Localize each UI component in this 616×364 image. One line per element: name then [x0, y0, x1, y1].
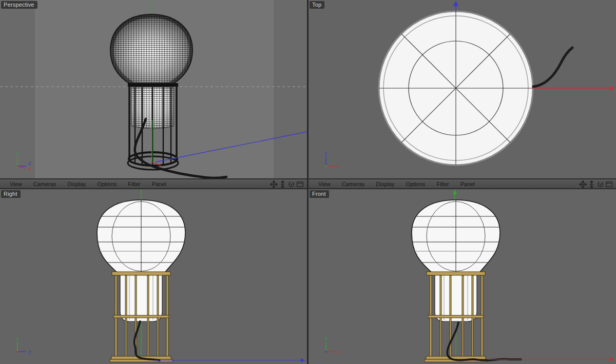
menu-item-options[interactable]: Options [91, 181, 122, 188]
cage-top-ring [112, 272, 170, 275]
menu-item-options[interactable]: Options [400, 181, 431, 188]
gizmo-x-label: X [337, 350, 340, 355]
maximize-panel-icon[interactable] [605, 180, 613, 188]
shade-spokes [379, 11, 533, 165]
perspective-scene[interactable] [0, 0, 307, 178]
rotate-icon[interactable] [287, 180, 295, 188]
viewport-label-front: Front [310, 190, 329, 198]
cage-mid-ring [428, 315, 484, 318]
axis-gizmo-right: Y Z [12, 337, 36, 358]
gizmo-x-label: X [28, 167, 31, 172]
axis-gizmo-front: Y X [321, 337, 344, 358]
menu-item-display[interactable]: Display [370, 181, 400, 188]
axis-gizmo-perspective: Y Z X [12, 152, 36, 172]
menu-item-filter[interactable]: Filter [122, 181, 146, 188]
viewport-menubar-right-view: View Cameras Display Options Filter Pane… [0, 179, 307, 189]
menu-item-filter[interactable]: Filter [431, 181, 454, 188]
menu-item-cameras[interactable]: Cameras [336, 181, 371, 188]
menu-item-panel[interactable]: Panel [146, 181, 172, 188]
viewport-label-perspective: Perspective [1, 1, 37, 9]
dolly-icon[interactable] [279, 180, 286, 188]
viewport-label-top: Top [310, 1, 324, 9]
gizmo-z-label: Z [28, 161, 31, 166]
backdrop-right-band [274, 0, 307, 178]
viewport-perspective[interactable]: Perspective Y Z X [0, 0, 307, 178]
menu-items: View Cameras Display Options Filter Pane… [0, 181, 270, 188]
viewport-top[interactable]: Top Z X [309, 0, 616, 178]
dolly-icon[interactable] [588, 180, 595, 188]
cage-mid-ring [113, 315, 169, 318]
gizmo-z-label: Z [28, 350, 31, 355]
cage-top-ring [427, 272, 485, 275]
lamp-cage[interactable] [128, 83, 178, 170]
menu-item-view[interactable]: View [4, 181, 28, 188]
axis-gizmo-top: Z X [321, 152, 344, 172]
menu-items: View Cameras Display Options Filter Pane… [309, 181, 579, 188]
c4d-four-view-workspace: { "viewports": { "perspective": {"label"… [0, 0, 616, 364]
menu-item-display[interactable]: Display [62, 181, 91, 188]
viewport-menubar-front-view: View Cameras Display Options Filter Pane… [309, 179, 616, 189]
menu-item-panel[interactable]: Panel [455, 181, 480, 188]
viewport-front[interactable]: Front Y X [309, 189, 616, 364]
top-scene[interactable] [309, 0, 616, 178]
rotate-icon[interactable] [596, 180, 604, 188]
gizmo-x-label: X [337, 164, 340, 169]
maximize-panel-icon[interactable] [296, 180, 304, 188]
right-scene[interactable] [0, 189, 307, 364]
gizmo-y-label: Y [324, 337, 328, 342]
pan-icon[interactable] [579, 180, 587, 188]
gizmo-y-label: Y [16, 337, 19, 342]
pan-icon[interactable] [270, 180, 278, 188]
cage-top-ring [128, 83, 178, 87]
gizmo-z-label: Z [324, 152, 328, 156]
gizmo-y-label: Y [16, 152, 19, 156]
front-scene[interactable] [309, 189, 616, 364]
menu-item-view[interactable]: View [313, 181, 336, 188]
menu-item-cameras[interactable]: Cameras [28, 181, 62, 188]
viewport-label-right: Right [1, 190, 21, 198]
viewport-right[interactable]: Right Y Z [0, 189, 307, 364]
